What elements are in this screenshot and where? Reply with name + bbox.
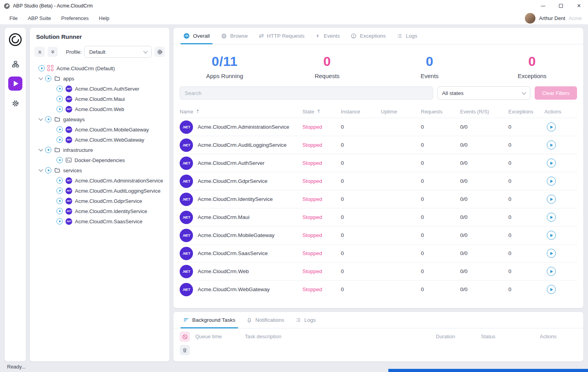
tree-item-docker[interactable]: Docker-Dependencies [30,155,169,165]
menu-abp-suite[interactable]: ABP Suite [28,15,51,21]
chevron-down-icon[interactable] [38,167,43,171]
table-row[interactable]: .NET Acme.CloudCrm.MobileGateway Stopped… [180,226,577,244]
start-app-button[interactable] [547,195,556,204]
start-app-button[interactable] [547,140,556,150]
solution-runner-button[interactable] [8,77,22,91]
table-row[interactable]: .NET Acme.CloudCrm.Web Stopped 0 0 0/0 0 [180,262,577,280]
tree-item-app[interactable]: .NET Acme.CloudCrm.WebGateway [30,135,169,145]
tree-item-solution-root[interactable]: Acme.CloudCrm (Default) [30,63,169,73]
clear-filters-button[interactable]: Clear Filters [535,86,577,100]
play-icon[interactable] [56,106,63,112]
minimize-button[interactable] [534,0,552,12]
tree-item-app[interactable]: .NET Acme.CloudCrm.SaasService [30,216,169,226]
play-icon[interactable] [56,177,63,184]
play-icon[interactable] [56,96,63,102]
sort-asc-icon: ↑ [317,109,320,114]
tree-item-apps-folder[interactable]: apps [30,73,169,84]
clear-tasks-button[interactable] [180,345,190,355]
user-avatar[interactable] [525,13,535,24]
column-exceptions[interactable]: Exceptions [508,109,544,115]
play-icon[interactable] [56,218,63,224]
tab-logs[interactable]: Logs [392,28,421,44]
tab-background-tasks[interactable]: Background Tasks [179,312,240,328]
play-icon[interactable] [56,126,63,133]
settings-button[interactable] [8,96,22,110]
play-icon[interactable] [45,147,51,153]
table-row[interactable]: .NET Acme.CloudCrm.Maui Stopped 0 0 0/0 … [180,208,577,226]
table-row[interactable]: .NET Acme.CloudCrm.SaasService Stopped 0… [180,244,577,262]
tab-overall[interactable]: Overall [179,28,214,44]
tree-item-app[interactable]: .NET Acme.CloudCrm.AdministrationService [30,175,169,186]
close-button[interactable]: × [570,0,588,12]
column-requests[interactable]: Requests [421,109,460,115]
tab-http-requests[interactable]: ⇄ HTTP Requests [255,28,309,44]
play-icon[interactable] [56,198,63,204]
maximize-button[interactable] [552,0,570,12]
tree-item-app[interactable]: .NET Acme.CloudCrm.Web [30,104,169,114]
chevron-down-icon[interactable] [38,147,43,151]
app-instance: 0 [341,214,381,220]
state-filter-select[interactable]: All states [437,86,530,100]
expand-all-button[interactable] [47,47,58,57]
start-app-button[interactable] [547,213,556,222]
play-icon[interactable] [56,208,63,214]
menu-help[interactable]: Help [99,15,109,21]
play-icon[interactable] [56,157,63,163]
start-app-button[interactable] [547,122,556,131]
tree-item-app[interactable]: .NET Acme.CloudCrm.GdprService [30,196,169,206]
table-row[interactable]: .NET Acme.CloudCrm.WebGateway Stopped 0 … [180,280,577,298]
start-app-button[interactable] [547,177,556,186]
column-state[interactable]: State↑ [302,109,341,115]
column-events[interactable]: Events (R/S) [460,109,508,115]
dotnet-icon: .NET [66,96,72,102]
column-uptime[interactable]: Uptime [381,109,421,115]
start-app-button[interactable] [547,267,556,276]
play-icon[interactable] [56,137,63,143]
tree-item-infrastructure-folder[interactable]: infrastructure [30,145,169,155]
tree-item-app[interactable]: .NET Acme.CloudCrm.MobileGateway [30,124,169,135]
start-app-button[interactable] [547,249,556,258]
play-icon[interactable] [45,167,51,173]
table-row[interactable]: .NET Acme.CloudCrm.IdentityService Stopp… [180,190,577,208]
table-row[interactable]: .NET Acme.CloudCrm.GdprService Stopped 0… [180,172,577,190]
app-instance: 0 [341,142,381,148]
search-input[interactable] [180,86,433,100]
tree-item-app[interactable]: .NET Acme.CloudCrm.Maui [30,94,169,104]
tab-bottom-logs[interactable]: Logs [291,312,320,328]
menu-preferences[interactable]: Preferences [61,15,89,21]
tab-notifications[interactable]: Notifications [242,312,289,328]
play-icon[interactable] [45,116,51,122]
profile-select[interactable]: Default [84,46,152,58]
app-state: Stopped [302,214,341,220]
solution-explorer-button[interactable] [8,57,22,71]
table-row[interactable]: .NET Acme.CloudCrm.AuditLoggingService S… [180,136,577,154]
tab-events[interactable]: Events [311,28,344,44]
play-icon[interactable] [56,86,63,92]
start-app-button[interactable] [547,231,556,240]
table-row[interactable]: .NET Acme.CloudCrm.AuthServer Stopped 0 … [180,154,577,172]
play-icon[interactable] [38,65,45,71]
collapse-all-button[interactable] [35,47,45,57]
tree-item-app[interactable]: .NET Acme.CloudCrm.AuthServer [30,84,169,94]
chevron-down-icon[interactable] [38,116,43,120]
user-name[interactable]: Arthur Dent [539,15,565,21]
tree-item-app[interactable]: .NET Acme.CloudCrm.IdentityService [30,206,169,216]
start-app-button[interactable] [547,159,556,168]
tree-item-services-folder[interactable]: services [30,165,169,175]
chevron-down-icon[interactable] [38,75,43,80]
play-icon[interactable] [45,75,51,82]
tab-exceptions[interactable]: Exceptions [346,28,390,44]
tree-item-gateways-folder[interactable]: gateways [30,114,169,124]
tab-browse[interactable]: Browse [217,28,252,44]
play-icon[interactable] [56,188,63,194]
table-row[interactable]: .NET Acme.CloudCrm.AdministrationService… [180,118,577,136]
tree-item-app[interactable]: .NET Acme.CloudCrm.AuditLoggingService [30,186,169,196]
start-app-button[interactable] [547,285,556,294]
block-icon [182,334,188,340]
menu-file[interactable]: File [9,15,18,21]
column-name[interactable]: Name↑ [180,109,302,115]
sort-asc-icon: ↑ [196,109,200,114]
profile-settings-button[interactable] [155,47,165,57]
column-instance[interactable]: Instance [341,109,381,115]
cancel-task-button[interactable] [180,332,190,342]
